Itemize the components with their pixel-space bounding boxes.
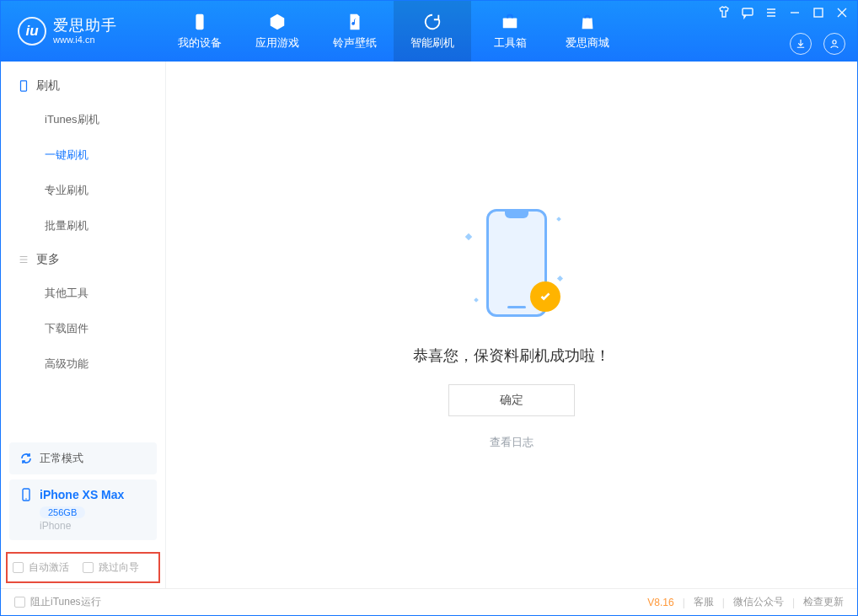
- window-controls: [717, 6, 849, 19]
- checkbox-icon: [13, 562, 24, 573]
- list-icon: [18, 254, 29, 265]
- footer-right: V8.16 | 客服 | 微信公众号 | 检查更新: [647, 595, 844, 609]
- svg-rect-2: [743, 8, 753, 15]
- nav-ringtones-wallpapers[interactable]: 铃声壁纸: [316, 1, 394, 62]
- check-badge-icon: [530, 281, 560, 312]
- svg-rect-5: [21, 81, 27, 91]
- app-subtitle: www.i4.cn: [53, 35, 117, 45]
- sparkle-icon: [557, 275, 563, 281]
- svg-rect-1: [503, 18, 517, 28]
- svg-point-7: [25, 498, 27, 500]
- sidebar-item-itunes-flash[interactable]: iTunes刷机: [1, 102, 165, 137]
- sidebar-menu: 刷机 iTunes刷机 一键刷机 专业刷机 批量刷机 更多 其他工具 下载固件 …: [1, 62, 165, 437]
- highlighted-options: 自动激活 跳过向导: [6, 552, 160, 583]
- footer-left: 阻止iTunes运行: [14, 595, 101, 609]
- briefcase-icon: [500, 12, 520, 32]
- device-card[interactable]: iPhone XS Max 256GB iPhone: [9, 479, 157, 540]
- nav-store[interactable]: 爱思商城: [549, 1, 626, 62]
- checkbox-skip-guide[interactable]: 跳过向导: [83, 560, 139, 575]
- user-icon[interactable]: [823, 33, 845, 55]
- nav-toolbox[interactable]: 工具箱: [471, 1, 549, 62]
- version-label: V8.16: [647, 597, 673, 608]
- sidebar-item-advanced[interactable]: 高级功能: [1, 346, 165, 382]
- svg-rect-0: [196, 14, 203, 29]
- close-icon[interactable]: [835, 6, 849, 19]
- nav-my-device[interactable]: 我的设备: [161, 1, 239, 62]
- svg-rect-3: [814, 8, 823, 17]
- success-illustration: [461, 201, 562, 327]
- sparkle-icon: [474, 297, 479, 303]
- nav-apps-games[interactable]: 应用游戏: [239, 1, 316, 62]
- sparkle-icon: [465, 233, 472, 239]
- top-nav: 我的设备 应用游戏 铃声壁纸 智能刷机 工具箱 爱思商城: [161, 1, 626, 62]
- refresh-shield-icon: [422, 12, 442, 32]
- ok-button[interactable]: 确定: [448, 384, 575, 416]
- brand: iu 爱思助手 www.i4.cn: [18, 17, 161, 46]
- device-type: iPhone: [40, 520, 147, 532]
- feedback-icon[interactable]: [741, 6, 754, 19]
- device-icon: [190, 12, 210, 32]
- bag-icon: [577, 12, 598, 32]
- status-bar: 阻止iTunes运行 V8.16 | 客服 | 微信公众号 | 检查更新: [1, 588, 857, 615]
- sidebar-item-oneclick-flash[interactable]: 一键刷机: [1, 137, 165, 173]
- sidebar-group-more: 更多: [1, 244, 165, 276]
- checkbox-auto-activate[interactable]: 自动激活: [13, 560, 69, 575]
- body: 刷机 iTunes刷机 一键刷机 专业刷机 批量刷机 更多 其他工具 下载固件 …: [1, 62, 857, 588]
- sparkle-icon: [556, 217, 561, 222]
- phone-outline-icon: [18, 80, 29, 92]
- view-log-link[interactable]: 查看日志: [490, 435, 534, 450]
- menu-icon[interactable]: [764, 6, 778, 19]
- header-right-icons: [790, 33, 845, 55]
- sidebar-item-download-firmware[interactable]: 下载固件: [1, 311, 165, 346]
- maximize-icon[interactable]: [812, 6, 825, 19]
- app-name: 爱思助手: [53, 18, 117, 35]
- music-file-icon: [345, 12, 365, 32]
- download-icon[interactable]: [790, 33, 812, 55]
- link-wechat[interactable]: 微信公众号: [733, 595, 784, 609]
- device-name: iPhone XS Max: [19, 488, 147, 501]
- link-support[interactable]: 客服: [694, 595, 714, 609]
- check-icon: [538, 289, 553, 304]
- checkbox-icon: [83, 562, 94, 573]
- sidebar-group-flash: 刷机: [1, 70, 165, 102]
- title-bar: iu 爱思助手 www.i4.cn 我的设备 应用游戏 铃声壁纸 智能刷机: [1, 1, 857, 62]
- device-storage: 256GB: [40, 506, 85, 518]
- sync-icon: [19, 452, 33, 465]
- sidebar-item-batch-flash[interactable]: 批量刷机: [1, 208, 165, 244]
- tshirt-icon[interactable]: [717, 6, 731, 19]
- sidebar: 刷机 iTunes刷机 一键刷机 专业刷机 批量刷机 更多 其他工具 下载固件 …: [1, 62, 166, 588]
- mode-indicator[interactable]: 正常模式: [9, 442, 157, 474]
- success-message: 恭喜您，保资料刷机成功啦！: [413, 345, 610, 366]
- app-window: iu 爱思助手 www.i4.cn 我的设备 应用游戏 铃声壁纸 智能刷机: [0, 0, 858, 616]
- main-content: 恭喜您，保资料刷机成功啦！ 确定 查看日志: [166, 62, 857, 588]
- checkbox-block-itunes[interactable]: 阻止iTunes运行: [14, 595, 101, 609]
- sidebar-item-other-tools[interactable]: 其他工具: [1, 276, 165, 311]
- minimize-icon[interactable]: [788, 6, 802, 19]
- cube-icon: [267, 12, 287, 32]
- checkbox-icon: [14, 597, 25, 608]
- nav-smart-flash[interactable]: 智能刷机: [394, 1, 471, 62]
- sidebar-item-pro-flash[interactable]: 专业刷机: [1, 173, 165, 208]
- svg-point-4: [833, 40, 836, 44]
- link-check-update[interactable]: 检查更新: [803, 595, 844, 609]
- app-logo-icon: iu: [18, 17, 46, 46]
- phone-icon: [19, 488, 33, 501]
